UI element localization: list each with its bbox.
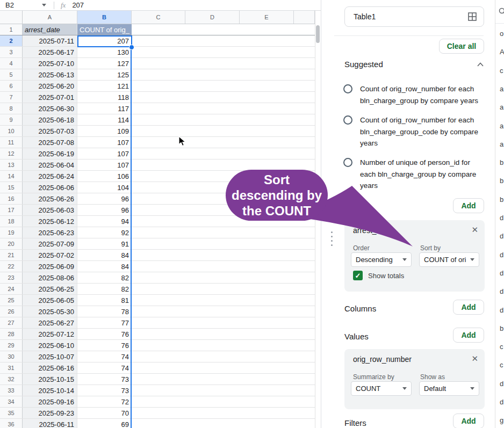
row-header-21[interactable]: 21 — [0, 250, 23, 260]
cell-b16[interactable]: 96 — [77, 193, 132, 204]
cell-a26[interactable]: 2025-05-30 — [23, 306, 77, 317]
row-header-1[interactable]: 1 — [0, 24, 23, 35]
field-list-item[interactable]: c — [500, 361, 503, 369]
cell-a18[interactable]: 2025-06-12 — [23, 216, 77, 227]
cell-a33[interactable]: 2025-10-14 — [23, 385, 77, 396]
table-name-value[interactable]: Table1 — [354, 12, 467, 21]
radio-icon[interactable] — [343, 115, 352, 125]
field-list-item[interactable]: a — [500, 103, 503, 111]
search-icon[interactable] — [499, 8, 504, 15]
row-header-20[interactable]: 20 — [0, 238, 23, 249]
field-list-item[interactable]: b — [500, 177, 503, 185]
column-header-partial[interactable] — [294, 11, 315, 24]
sort-by-dropdown[interactable]: COUNT of ori… — [419, 252, 479, 267]
row-header-19[interactable]: 19 — [0, 227, 23, 238]
cell-b14[interactable]: 106 — [77, 171, 132, 182]
field-list-item[interactable]: b — [500, 158, 503, 166]
cell-a31[interactable]: 2025-06-16 — [23, 362, 77, 373]
cell-a8[interactable]: 2025-06-30 — [23, 103, 77, 114]
row-header-7[interactable]: 7 — [0, 92, 23, 103]
row-header-10[interactable]: 10 — [0, 126, 23, 136]
cell-a7[interactable]: 2025-07-01 — [23, 92, 77, 103]
field-list-item[interactable]: d — [500, 251, 503, 259]
cell-a19[interactable]: 2025-06-23 — [23, 227, 77, 238]
field-list-item[interactable]: d — [500, 287, 503, 295]
cell-b4[interactable]: 127 — [77, 58, 132, 69]
cell-b3[interactable]: 130 — [77, 47, 132, 57]
row-header-28[interactable]: 28 — [0, 329, 23, 339]
cell-a35[interactable]: 2025-09-23 — [23, 408, 77, 418]
cell-b10[interactable]: 109 — [77, 126, 132, 136]
cell-a30[interactable]: 2025-10-07 — [23, 351, 77, 362]
cell-b25[interactable]: 81 — [77, 295, 132, 306]
row-header-36[interactable]: 36 — [0, 419, 23, 428]
row-header-35[interactable]: 35 — [0, 408, 23, 418]
cell-a6[interactable]: 2025-06-20 — [23, 81, 77, 91]
row-header-18[interactable]: 18 — [0, 216, 23, 227]
cell-b31[interactable]: 74 — [77, 362, 132, 373]
row-header-23[interactable]: 23 — [0, 272, 23, 283]
field-list-item[interactable]: A — [500, 48, 504, 56]
field-list-item[interactable]: d — [500, 306, 503, 314]
cell-b35[interactable]: 70 — [77, 408, 132, 418]
field-list-item[interactable]: a — [500, 140, 503, 148]
field-list-item[interactable]: a — [500, 122, 503, 130]
row-header-4[interactable]: 4 — [0, 58, 23, 69]
cell-a21[interactable]: 2025-07-02 — [23, 250, 77, 260]
cell-b30[interactable]: 74 — [77, 351, 132, 362]
row-header-31[interactable]: 31 — [0, 362, 23, 373]
row-header-34[interactable]: 34 — [0, 396, 23, 407]
cell-b29[interactable]: 76 — [77, 340, 132, 351]
field-list-item[interactable]: d — [500, 380, 503, 388]
field-list-item[interactable]: b — [500, 324, 503, 332]
name-box[interactable]: B2 — [0, 1, 42, 9]
radio-icon[interactable] — [343, 84, 352, 93]
row-header-29[interactable]: 29 — [0, 340, 23, 351]
columns-add-button[interactable]: Add — [453, 300, 484, 315]
cell-a14[interactable]: 2025-06-24 — [23, 171, 77, 182]
field-list-item[interactable]: d — [500, 398, 503, 406]
cell-a27[interactable]: 2025-06-27 — [23, 317, 77, 328]
column-header-a[interactable]: A — [23, 11, 77, 24]
field-list-item[interactable]: c — [500, 343, 503, 351]
cell-b26[interactable]: 78 — [77, 306, 132, 317]
chevron-up-icon[interactable] — [477, 62, 484, 67]
cell-a2[interactable]: 2025-07-11 — [23, 35, 77, 46]
column-header-c[interactable]: C — [132, 11, 185, 24]
cell-b17[interactable]: 96 — [77, 205, 132, 215]
row-header-27[interactable]: 27 — [0, 317, 23, 328]
cell-a17[interactable]: 2025-06-03 — [23, 205, 77, 215]
cell-b28[interactable]: 76 — [77, 329, 132, 339]
row-header-14[interactable]: 14 — [0, 171, 23, 182]
cell-b11[interactable]: 107 — [77, 137, 132, 148]
name-box-caret-icon[interactable] — [42, 4, 46, 6]
field-list-item[interactable]: g — [500, 416, 503, 424]
cell-b22[interactable]: 84 — [77, 261, 132, 272]
spreadsheet-grid[interactable]: 1arrest_dateCOUNT of orig_22025-07-11207… — [0, 24, 315, 428]
radio-icon[interactable] — [343, 158, 352, 167]
show-as-dropdown[interactable]: Default — [419, 381, 479, 396]
cell-b32[interactable]: 73 — [77, 374, 132, 385]
cell-b6[interactable]: 121 — [77, 81, 132, 91]
row-header-16[interactable]: 16 — [0, 193, 23, 204]
cell-b21[interactable]: 84 — [77, 250, 132, 260]
summarize-by-dropdown[interactable]: COUNT — [351, 381, 412, 396]
row-header-11[interactable]: 11 — [0, 137, 23, 148]
cell-a28[interactable]: 2025-07-12 — [23, 329, 77, 339]
field-list-item[interactable]: d — [500, 269, 503, 277]
cell-b7[interactable]: 118 — [77, 92, 132, 103]
row-header-32[interactable]: 32 — [0, 374, 23, 385]
close-icon[interactable]: ✕ — [471, 354, 478, 364]
cell-a3[interactable]: 2025-06-17 — [23, 47, 77, 57]
cell-b13[interactable]: 107 — [77, 159, 132, 170]
select-all-corner[interactable] — [0, 11, 23, 24]
cell-b18[interactable]: 94 — [77, 216, 132, 227]
cell-a20[interactable]: 2025-07-09 — [23, 238, 77, 249]
cell-a13[interactable]: 2025-06-04 — [23, 159, 77, 170]
cell-b34[interactable]: 72 — [77, 396, 132, 407]
cell-b23[interactable]: 82 — [77, 272, 132, 283]
row-header-25[interactable]: 25 — [0, 295, 23, 306]
cell-b33[interactable]: 73 — [77, 385, 132, 396]
field-list-item[interactable]: d — [500, 214, 503, 222]
cell-b27[interactable]: 77 — [77, 317, 132, 328]
